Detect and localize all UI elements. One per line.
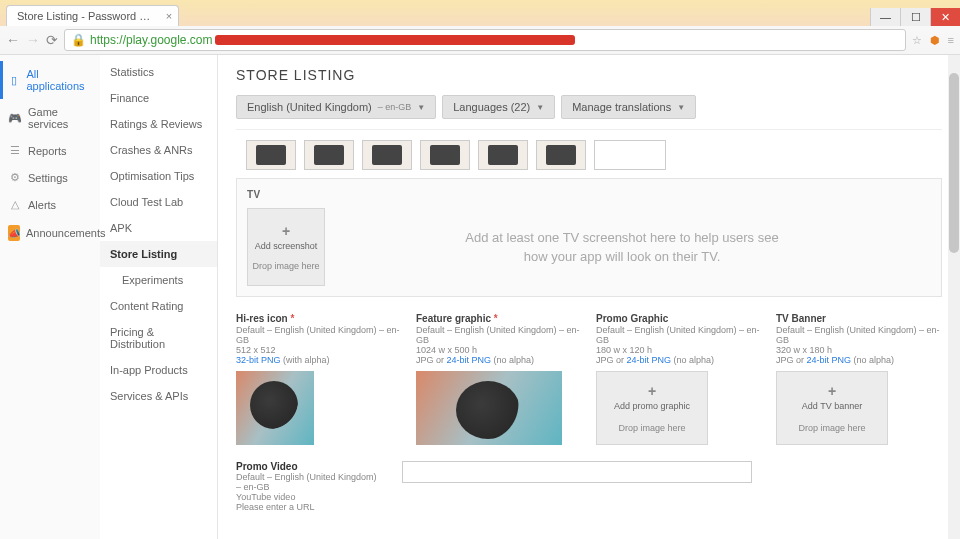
- chevron-down-icon: ▼: [417, 103, 425, 112]
- tv-section: TV + Add screenshot Drop image here Add …: [236, 178, 942, 297]
- screenshot-thumb[interactable]: [246, 140, 296, 170]
- feature-preview[interactable]: [416, 371, 562, 445]
- url-field[interactable]: 🔒 https://play.google.com: [64, 29, 906, 51]
- add-tv-banner[interactable]: + Add TV banner Drop image here: [776, 371, 888, 445]
- chevron-down-icon: ▼: [536, 103, 544, 112]
- subnav-store-listing[interactable]: Store Listing: [100, 241, 217, 267]
- chevron-down-icon: ▼: [677, 103, 685, 112]
- promo-video-url-input[interactable]: [402, 461, 752, 483]
- screenshot-thumb-row: [236, 130, 942, 178]
- nav-all-applications[interactable]: ▯All applications: [0, 61, 100, 99]
- nav-announcements[interactable]: 📣Announcements: [0, 218, 100, 248]
- menu-icon[interactable]: ≡: [948, 34, 954, 46]
- pill-translations[interactable]: Manage translations ▼: [561, 95, 696, 119]
- subnav-finance[interactable]: Finance: [100, 85, 217, 111]
- subnav-experiments[interactable]: Experiments: [100, 267, 217, 293]
- pill-language[interactable]: English (United Kingdom) – en-GB ▼: [236, 95, 436, 119]
- graphic-assets: Hi-res icon * Default – English (United …: [236, 313, 942, 445]
- address-bar: ← → ⟳ 🔒 https://play.google.com ☆ ⬢ ≡: [0, 26, 960, 54]
- asset-tvbanner: TV Banner Default – English (United King…: [776, 313, 942, 445]
- main-content: STORE LISTING English (United Kingdom) –…: [218, 55, 960, 539]
- megaphone-icon: 📣: [8, 225, 20, 241]
- nav-settings[interactable]: ⚙Settings: [0, 164, 100, 191]
- plus-icon: +: [828, 383, 836, 399]
- screenshot-thumb[interactable]: [362, 140, 412, 170]
- scrollbar[interactable]: [948, 55, 960, 539]
- subnav-pricing[interactable]: Pricing & Distribution: [100, 319, 217, 357]
- back-icon[interactable]: ←: [6, 32, 20, 48]
- add-promo-graphic[interactable]: + Add promo graphic Drop image here: [596, 371, 708, 445]
- screenshot-thumb[interactable]: [536, 140, 586, 170]
- forward-icon[interactable]: →: [26, 32, 40, 48]
- close-button[interactable]: ✕: [930, 8, 960, 26]
- screenshot-thumb[interactable]: [304, 140, 354, 170]
- language-pill-row: English (United Kingdom) – en-GB ▼ Langu…: [236, 95, 942, 130]
- minimize-button[interactable]: —: [870, 8, 900, 26]
- tv-label: TV: [247, 189, 931, 200]
- asset-promo: Promo Graphic Default – English (United …: [596, 313, 762, 445]
- asset-hires: Hi-res icon * Default – English (United …: [236, 313, 402, 445]
- phone-icon: ▯: [8, 74, 21, 87]
- hires-preview[interactable]: [236, 371, 314, 445]
- subnav-cloud-test[interactable]: Cloud Test Lab: [100, 189, 217, 215]
- gamepad-icon: 🎮: [8, 112, 22, 125]
- reports-icon: ☰: [8, 144, 22, 157]
- subnav-optimisation[interactable]: Optimisation Tips: [100, 163, 217, 189]
- browser-chrome: Store Listing - Password … × — ☐ ✕ ← → ⟳…: [0, 0, 960, 55]
- star-icon[interactable]: ☆: [912, 34, 922, 47]
- subnav-crashes[interactable]: Crashes & ANRs: [100, 137, 217, 163]
- subnav-apk[interactable]: APK: [100, 215, 217, 241]
- close-icon[interactable]: ×: [166, 10, 172, 22]
- browser-tab[interactable]: Store Listing - Password … ×: [6, 5, 179, 26]
- sub-nav: Statistics Finance Ratings & Reviews Cra…: [100, 55, 218, 539]
- add-tv-screenshot[interactable]: + Add screenshot Drop image here: [247, 208, 325, 286]
- subnav-statistics[interactable]: Statistics: [100, 59, 217, 85]
- screenshot-thumb[interactable]: [478, 140, 528, 170]
- subnav-inapp[interactable]: In-app Products: [100, 357, 217, 383]
- subnav-services[interactable]: Services & APIs: [100, 383, 217, 409]
- nav-game-services[interactable]: 🎮Game services: [0, 99, 100, 137]
- tab-bar: Store Listing - Password … × — ☐ ✕: [0, 0, 960, 26]
- alert-icon: △: [8, 198, 22, 211]
- nav-reports[interactable]: ☰Reports: [0, 137, 100, 164]
- maximize-button[interactable]: ☐: [900, 8, 930, 26]
- subnav-content-rating[interactable]: Content Rating: [100, 293, 217, 319]
- left-nav: ▯All applications 🎮Game services ☰Report…: [0, 55, 100, 539]
- extension-icon[interactable]: ⬢: [930, 34, 940, 47]
- subnav-ratings[interactable]: Ratings & Reviews: [100, 111, 217, 137]
- nav-alerts[interactable]: △Alerts: [0, 191, 100, 218]
- pill-languages[interactable]: Languages (22) ▼: [442, 95, 555, 119]
- gear-icon: ⚙: [8, 171, 22, 184]
- window-controls: — ☐ ✕: [870, 8, 960, 26]
- reload-icon[interactable]: ⟳: [46, 32, 58, 48]
- lock-icon: 🔒: [71, 33, 86, 47]
- plus-icon: +: [648, 383, 656, 399]
- asset-feature: Feature graphic * Default – English (Uni…: [416, 313, 582, 445]
- screenshot-thumb[interactable]: [420, 140, 470, 170]
- screenshot-empty[interactable]: [594, 140, 666, 170]
- promo-video-row: Promo Video Default – English (United Ki…: [236, 461, 942, 512]
- page-title: STORE LISTING: [236, 67, 942, 83]
- plus-icon: +: [282, 223, 290, 239]
- tv-hint: Add at least one TV screenshot here to h…: [343, 228, 931, 267]
- tab-title: Store Listing - Password …: [17, 10, 150, 22]
- redacted-url: [215, 35, 575, 45]
